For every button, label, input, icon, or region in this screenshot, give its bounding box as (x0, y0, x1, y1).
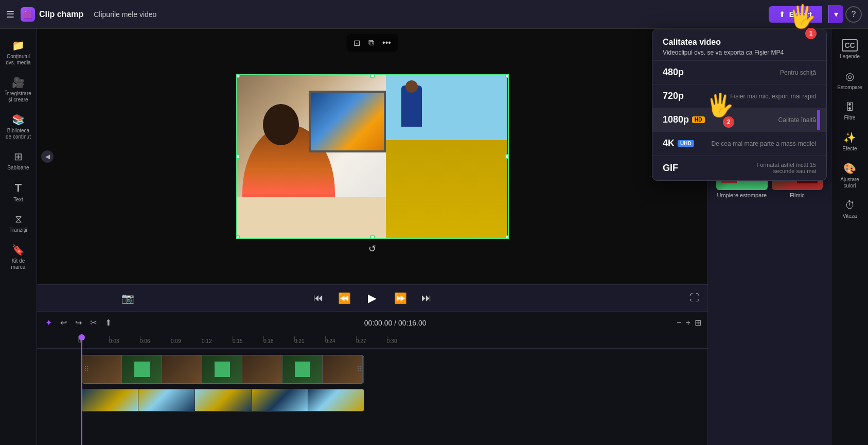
quality-option-480p[interactable]: 480p Pentru schiță (652, 61, 826, 84)
export-dropdown-subtitle: Videoclipul dvs. se va exporta ca Fișier… (663, 49, 816, 56)
left-sidebar: 📁 Conținutul dvs. media 🎥 Înregistrare ș… (0, 29, 37, 445)
tv-screen (311, 93, 384, 150)
handle-top-left[interactable] (236, 74, 240, 78)
sidebar-item-library[interactable]: 📚 Biblioteca de conținut (2, 109, 35, 144)
captions-icon: CC (842, 39, 857, 52)
sidebar-item-media-label: Conținutul dvs. media (4, 54, 33, 66)
crop-button[interactable]: ⊡ (351, 37, 362, 49)
quality-option-720p[interactable]: 720p Fișier mai mic, export mai rapid (652, 84, 826, 108)
logo-icon: 🟪 (21, 7, 35, 22)
sidebar-speed-label: Viteză (843, 213, 857, 219)
magic-tool-button[interactable]: ✦ (43, 316, 54, 330)
export-dropdown-arrow[interactable]: ▾ (828, 5, 843, 23)
redo-button[interactable]: ↪ (73, 316, 84, 330)
back-5-button[interactable]: ⏪ (336, 290, 353, 306)
library-icon: 📚 (12, 113, 25, 126)
sidebar-item-transitions-label: Tranziții (9, 227, 27, 233)
export-dropdown-panel: Calitatea video Videoclipul dvs. se va e… (652, 29, 827, 181)
ruler-mark-30: 0:30 (387, 338, 418, 344)
templates-icon: ⊞ (14, 150, 23, 163)
sidebar-item-filter[interactable]: 🎛 Filtre (834, 97, 866, 125)
quality-selected-indicator (817, 110, 820, 130)
ruler-mark-15: 0:15 (233, 338, 263, 344)
quality-option-4k[interactable]: 4K UHD De cea mai mare parte a mass-medi… (652, 132, 826, 156)
zoom-fit-button[interactable]: ⊞ (695, 318, 701, 328)
cut-button[interactable]: ✂ (88, 316, 99, 330)
export-button[interactable]: ⬆ Export (769, 6, 822, 23)
sidebar-item-color-adjust[interactable]: 🎨 Ajustare culori (834, 158, 866, 193)
project-title: Clipurile mele video (94, 10, 156, 19)
timeline-tracks: ⠿ (37, 349, 707, 445)
filter-icon: 🎛 (845, 101, 855, 113)
frame-2 (162, 355, 202, 383)
ruler-mark-12: 0:12 (202, 338, 233, 344)
handle-top-right[interactable] (505, 74, 509, 78)
reset-button[interactable]: ↺ (368, 243, 376, 254)
media-icon: 📁 (12, 39, 25, 52)
sidebar-item-templates[interactable]: ⊞ Șabloane (2, 146, 35, 175)
ruler-mark-3: 0:03 (109, 338, 140, 344)
quality-4k-label: 4K (663, 138, 675, 149)
sidebar-item-templates-label: Șabloane (7, 165, 29, 171)
timeline-time-display: 00:00.00 / 00:16.00 (118, 319, 672, 327)
handle-mid-right[interactable] (505, 154, 509, 159)
handle-bottom-left[interactable] (236, 235, 240, 239)
sidebar-item-effects[interactable]: ✨ Efecte (834, 127, 866, 156)
timeline-playhead[interactable] (81, 334, 82, 445)
quality-720p-desc: Fișier mai mic, export mai rapid (730, 93, 816, 100)
quality-option-gif[interactable]: GIF Formatat astfel încât 15 secunde sau… (652, 156, 826, 180)
timeline-ruler: 0 0:03 0:06 0:09 0:12 0:15 0:18 0:21 0:2… (37, 334, 707, 349)
handle-bottom-mid[interactable] (370, 235, 375, 239)
skip-forward-button[interactable]: ⏭ (419, 290, 434, 306)
sidebar-captions-label: Legende (840, 54, 860, 60)
zoom-in-button[interactable]: + (686, 318, 690, 328)
collapse-left-button[interactable]: ◀ (41, 150, 54, 163)
quality-480p-label: 480p (663, 67, 684, 78)
sidebar-item-record[interactable]: 🎥 Înregistrare și creare (2, 72, 35, 107)
sidebar-item-captions[interactable]: CC Legende (834, 35, 866, 64)
import-media-button[interactable]: ⬆ (103, 316, 114, 330)
sidebar-item-speed[interactable]: ⏱ Viteză (834, 195, 866, 224)
play-button[interactable]: ▶ (363, 289, 382, 307)
timeline-track-2 (37, 388, 707, 413)
more-button[interactable]: ••• (380, 37, 393, 49)
forward-5-button[interactable]: ⏩ (392, 290, 409, 306)
handle-mid-left[interactable] (236, 154, 240, 159)
undo-button[interactable]: ↩ (58, 316, 69, 330)
timeline-zoom-controls: − + ⊞ (677, 318, 701, 328)
sidebar-item-media[interactable]: 📁 Conținutul dvs. media (2, 35, 35, 70)
video-frame[interactable] (236, 74, 509, 239)
quality-1080p-badge: HD (692, 116, 704, 123)
fullscreen-button[interactable]: ⛶ (690, 293, 699, 303)
track-clip-2[interactable] (81, 389, 364, 412)
video-frame-wrapper: ↺ (236, 74, 509, 239)
video-preview-container: ⊡ ⧉ ••• ◀ ▶ (37, 29, 707, 284)
quality-option-1080p[interactable]: 1080p HD Calitate înaltă (652, 108, 826, 132)
video-scene-left (237, 75, 386, 238)
handle-top-mid[interactable] (370, 74, 375, 78)
clip-grip-left-1: ⠿ (84, 365, 89, 373)
sidebar-item-text[interactable]: T Text (2, 177, 35, 207)
screenshot-button[interactable]: 📷 (119, 290, 136, 306)
track-clip-1[interactable]: ⠿ (81, 355, 364, 384)
quality-1080p-label: 1080p (663, 114, 689, 125)
sidebar-item-library-label: Biblioteca de conținut (4, 128, 33, 140)
menu-icon[interactable]: ☰ (6, 9, 14, 20)
zoom-out-button[interactable]: − (677, 318, 681, 328)
skip-back-button[interactable]: ⏮ (311, 290, 326, 306)
bottom-frame-0 (82, 389, 138, 411)
pip-button[interactable]: ⧉ (366, 37, 376, 49)
handle-bottom-right[interactable] (505, 235, 509, 239)
sidebar-item-blur[interactable]: ◎ Estompare (834, 66, 866, 95)
sidebar-item-brand[interactable]: 🔖 Kit de marcă (2, 239, 35, 275)
help-button[interactable]: ? (845, 6, 862, 23)
sidebar-color-adjust-label: Ajustare culori (836, 177, 864, 189)
sidebar-item-transitions[interactable]: ⧖ Tranziții (2, 209, 35, 237)
clip-grip-right-1: ⠿ (357, 365, 362, 373)
topbar: ☰ 🟪 Clip champ Clipurile mele video ⬆ Ex… (0, 0, 868, 29)
blur-icon: ◎ (845, 70, 854, 82)
quality-4k-desc: De cea mai mare parte a mass-mediei (712, 140, 816, 147)
ruler-mark-21: 0:21 (294, 338, 325, 344)
sidebar-effects-label: Efecte (842, 146, 857, 152)
text-icon: T (15, 181, 22, 195)
